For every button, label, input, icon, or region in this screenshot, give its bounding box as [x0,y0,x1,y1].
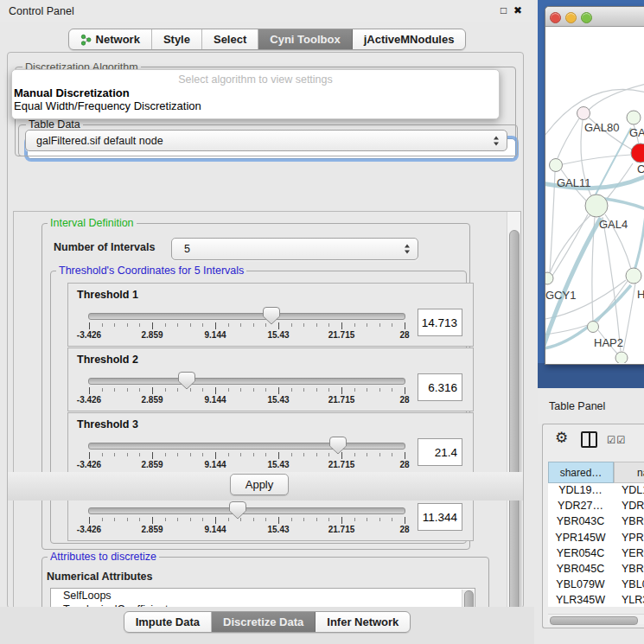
table-row[interactable]: YDR27…YDR2 [548,500,644,515]
cell-name: YBR0 [613,515,644,531]
network-tab-icon [80,34,92,46]
tab-infer-network[interactable]: Infer Network [316,612,410,632]
table-row[interactable]: YBL079WYBL0 [548,578,644,594]
tab-label: jActiveMNodules [364,33,455,46]
network-edge [589,84,644,110]
cell-shared-name: YLR345W [548,594,613,607]
tab-discretize-data[interactable]: Discretize Data [212,612,316,632]
tab-jactivemnodules[interactable]: jActiveMNodules [353,29,466,49]
cell-shared-name: YDL19… [548,484,613,500]
table-row[interactable]: YBR045CYBR0 [548,563,644,578]
threshold-2-slider[interactable] [88,378,405,385]
network-node-gcy1[interactable] [545,272,553,284]
table-hscrollbar[interactable] [548,614,644,624]
network-canvas[interactable]: GAL80GACGAL11GAL4GCY1HHAP2 [545,27,644,363]
number-of-intervals-label: Number of Intervals [54,241,155,253]
node-label: GA [629,126,644,139]
table-row[interactable]: YDL19…YDL1 [548,484,644,500]
intervals-value: 5 [172,243,190,255]
node-table[interactable]: shared… na YDL19…YDL1YDR27…YDR2YBR043CYB… [548,462,644,607]
tab-style[interactable]: Style [152,29,202,49]
cell-shared-name: YDR27… [548,500,613,515]
threshold-1-value[interactable]: 14.713 [418,309,462,336]
float-window-icon[interactable]: □ [501,4,507,16]
top-tab-bar: NetworkStyleSelectCyni ToolboxjActiveMNo… [0,29,534,50]
close-panel-icon[interactable]: ✖ [513,4,522,16]
threshold-2-value[interactable]: 6.316 [418,373,462,401]
table-row[interactable]: YER054CYER0 [548,547,644,563]
network-window[interactable]: GAL80GACGAL11GAL4GCY1HHAP2 [545,6,644,365]
network-node-ga[interactable] [627,111,641,124]
threshold-3-slider[interactable] [88,443,405,450]
column-header-name[interactable]: na [614,462,644,483]
table-data-combobox[interactable]: galFiltered.sif default node [25,130,507,151]
threshold-3-value[interactable]: 21.4 [418,438,462,466]
table-panel-title: Table Panel [549,400,605,412]
attributes-group-legend: Attributes to discretize [48,551,159,563]
dropdown-option-equal-width[interactable]: Equal Width/Frequency Discretization [14,99,201,112]
slider-scale-labels: -3.4262.8599.14415.4321.71528 [89,525,405,535]
network-node-hap2[interactable] [588,322,599,333]
settings-scrollbar-thumb[interactable] [509,230,520,617]
cell-name: YDR2 [613,500,644,515]
threshold-1-label: Threshold 1 [77,289,138,301]
tab-select[interactable]: Select [202,29,258,49]
thresholds-group-legend: Threshold's Coordinates for 5 Intervals [56,265,246,277]
tab-label: Cyni Toolbox [270,33,340,46]
apply-button[interactable]: Apply [230,474,289,495]
cell-shared-name: YPR145W [548,532,613,547]
threshold-1-card: Threshold 1-3.4262.8599.14415.4321.71528… [67,283,474,347]
table-row[interactable]: YBR043CYBR0 [548,515,644,531]
tab-label: Impute Data [136,615,200,628]
columns-icon[interactable] [581,431,597,448]
cell-shared-name: YER054C [548,547,613,563]
attribute-item-selfloops[interactable]: SelfLoops [51,589,475,603]
combobox-updown-icon [494,136,500,145]
zoom-traffic-light[interactable] [581,12,592,23]
table-row[interactable]: YLR345WYLR3 [548,594,644,607]
tab-label: Select [214,33,246,46]
network-node-gal80[interactable] [577,107,590,120]
network-edge [558,118,579,158]
dropdown-option-manual[interactable]: Manual Discretization [14,86,130,99]
cell-name: YBR0 [613,563,644,578]
network-node-gal4[interactable] [585,194,608,217]
table-row[interactable]: YPR145WYPR1 [548,532,644,547]
threshold-4-slider[interactable] [88,507,405,514]
checkboxes-icon[interactable]: ☑☑ [607,434,627,446]
cell-shared-name: YBR045C [548,563,613,578]
control-panel-titlebar: Control Panel □ ✖ [0,0,534,22]
column-header-shared[interactable]: shared… [548,462,614,483]
panel-title: Control Panel [9,5,74,17]
network-node-gal11[interactable] [550,159,563,172]
tab-impute-data[interactable]: Impute Data [124,612,212,632]
dropdown-placeholder: Select algorithm to view settings [12,73,499,86]
network-window-titlebar[interactable] [545,7,644,27]
spinner-updown-icon [405,245,411,254]
frame-shadow [538,363,644,388]
cell-shared-name: YBR043C [548,515,613,531]
threshold-3-label: Threshold 3 [77,418,138,430]
tab-network[interactable]: Network [69,29,152,49]
cell-name: YPR1 [613,532,644,547]
network-node-h[interactable] [626,268,641,284]
settings-scrollbar[interactable] [507,212,520,631]
cyni-toolbox-panel: Discretization Algorithm Table Data galF… [7,52,524,609]
network-edge [563,155,631,164]
network-node-c[interactable] [631,143,644,163]
close-traffic-light[interactable] [550,12,561,23]
network-view-frame[interactable]: GAL80GACGAL11GAL4GCY1HHAP2 [538,0,644,388]
node-label: H [637,288,644,301]
number-of-intervals-spinner[interactable]: 5 [171,238,418,260]
slider-ticks [89,452,405,460]
gear-icon[interactable]: ⚙ [555,430,568,446]
slider-ticks [89,517,405,525]
algorithm-dropdown-popup: Select algorithm to view settings Manual… [11,69,500,119]
threshold-1-slider[interactable] [88,313,405,320]
threshold-4-value[interactable]: 11.344 [418,503,462,531]
tab-cyni-toolbox[interactable]: Cyni Toolbox [258,29,352,49]
slider-ticks [89,322,405,330]
minimize-traffic-light[interactable] [565,12,577,23]
apply-button-label: Apply [245,478,274,491]
network-node[interactable] [615,352,628,363]
